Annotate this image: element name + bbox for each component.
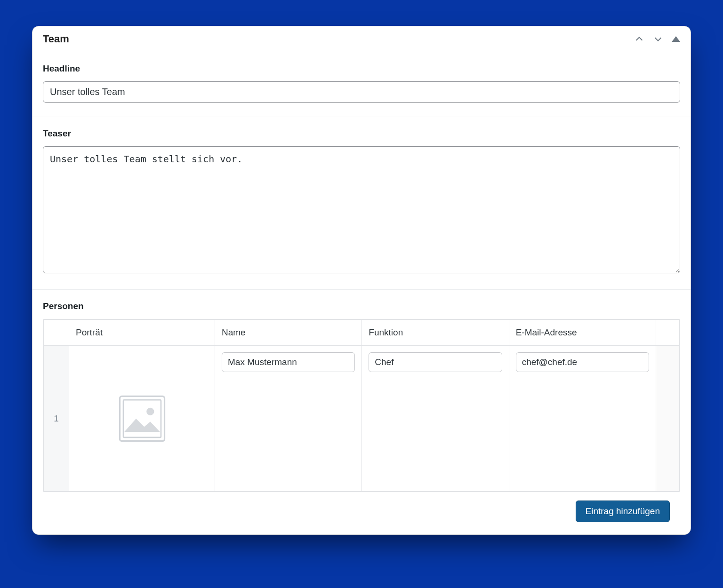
teaser-section: Teaser <box>32 117 691 290</box>
headline-label: Headline <box>43 64 680 74</box>
header-actions <box>656 320 680 346</box>
add-entry-button[interactable]: Eintrag hinzufügen <box>576 501 670 522</box>
teaser-textarea[interactable] <box>43 146 680 273</box>
panel-actions <box>634 34 680 44</box>
email-cell <box>509 346 656 492</box>
header-index <box>44 320 69 346</box>
name-input[interactable] <box>222 352 355 372</box>
chevron-up-icon[interactable] <box>634 34 644 44</box>
panel-title: Team <box>43 33 69 45</box>
personen-section: Personen Porträt Name Funktion <box>32 290 691 534</box>
table-header-row: Porträt Name Funktion E-Mail-Adresse <box>44 320 680 346</box>
header-portrait: Porträt <box>69 320 215 346</box>
teaser-label: Teaser <box>43 128 680 139</box>
svg-point-2 <box>146 407 154 415</box>
header-funktion: Funktion <box>362 320 509 346</box>
table-row: 1 <box>44 346 680 492</box>
team-panel: Team Headline Teaser Personen <box>32 26 691 535</box>
footer-actions: Eintrag hinzufügen <box>43 492 680 534</box>
svg-rect-0 <box>120 396 164 441</box>
header-email: E-Mail-Adresse <box>509 320 656 346</box>
portrait-cell <box>69 346 215 492</box>
funktion-cell <box>362 346 509 492</box>
email-input[interactable] <box>516 352 649 372</box>
personen-table-wrap: Porträt Name Funktion E-Mail-Adresse 1 <box>43 319 680 492</box>
headline-input[interactable] <box>43 81 680 103</box>
personen-table: Porträt Name Funktion E-Mail-Adresse 1 <box>43 319 680 492</box>
headline-section: Headline <box>32 52 691 117</box>
panel-header: Team <box>32 26 691 52</box>
header-name: Name <box>215 320 362 346</box>
personen-label: Personen <box>43 301 680 311</box>
collapse-up-icon[interactable] <box>672 36 680 42</box>
chevron-down-icon[interactable] <box>653 34 663 44</box>
image-placeholder-icon[interactable] <box>117 393 168 444</box>
name-cell <box>215 346 362 492</box>
funktion-input[interactable] <box>369 352 502 372</box>
row-actions-cell <box>656 346 680 492</box>
row-index: 1 <box>44 346 69 492</box>
